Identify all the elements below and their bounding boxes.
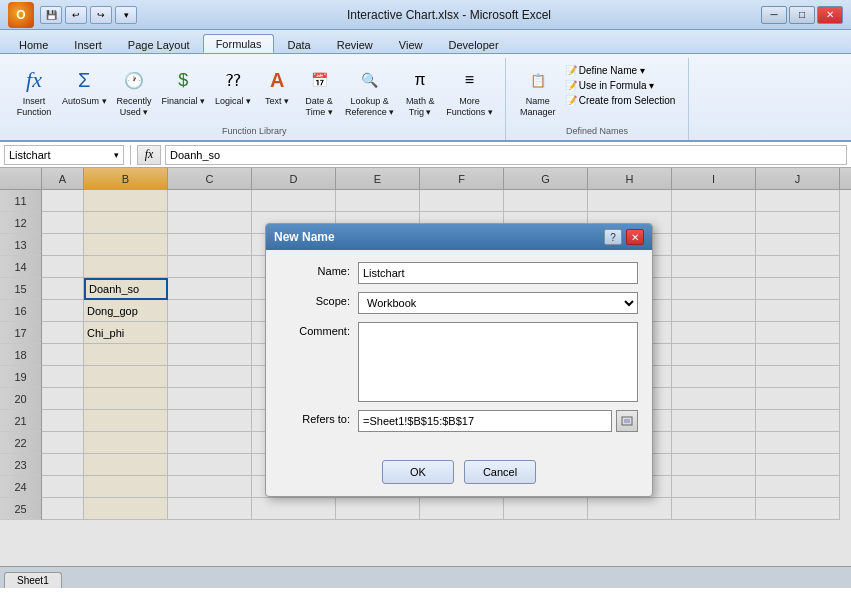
title-bar-left: O 💾 ↩ ↪ ▾ bbox=[8, 2, 137, 28]
undo-icon[interactable]: ↩ bbox=[65, 6, 87, 24]
function-library-label: Function Library bbox=[4, 126, 505, 136]
tab-view[interactable]: View bbox=[386, 35, 436, 53]
dialog-refers-label: Refers to: bbox=[280, 410, 350, 425]
svg-rect-1 bbox=[624, 419, 630, 423]
more-functions-label: MoreFunctions ▾ bbox=[446, 96, 493, 118]
dialog-title: New Name bbox=[274, 230, 335, 244]
window-title: Interactive Chart.xlsx - Microsoft Excel bbox=[347, 8, 551, 22]
formula-bar: Listchart ▾ fx bbox=[0, 142, 851, 168]
use-in-formula-button[interactable]: 📝 Use in Formula ▾ bbox=[562, 79, 679, 92]
office-logo: O bbox=[8, 2, 34, 28]
tab-formulas[interactable]: Formulas bbox=[203, 34, 275, 53]
lookup-reference-icon: 🔍 bbox=[354, 64, 386, 96]
ribbon: fx InsertFunction Σ AutoSum ▾ 🕐 Recently… bbox=[0, 54, 851, 142]
dialog-comment-row: Comment: bbox=[280, 322, 638, 402]
insert-function-label: InsertFunction bbox=[17, 96, 52, 118]
dialog-name-row: Name: bbox=[280, 262, 638, 284]
autosum-label: AutoSum ▾ bbox=[62, 96, 107, 107]
name-manager-button[interactable]: 📋 NameManager bbox=[516, 62, 560, 120]
formula-input[interactable] bbox=[165, 145, 847, 165]
quick-access-toolbar: 💾 ↩ ↪ ▾ bbox=[40, 6, 137, 24]
financial-button[interactable]: $ Financial ▾ bbox=[158, 62, 210, 109]
math-trig-icon: π bbox=[404, 64, 436, 96]
dialog-scope-label: Scope: bbox=[280, 292, 350, 307]
function-library-group: fx InsertFunction Σ AutoSum ▾ 🕐 Recently… bbox=[4, 58, 506, 140]
dialog-scope-select[interactable]: Workbook Sheet1 bbox=[358, 292, 638, 314]
lookup-reference-button[interactable]: 🔍 Lookup &Reference ▾ bbox=[341, 62, 398, 120]
dialog-comment-input[interactable] bbox=[358, 322, 638, 402]
name-box-value: Listchart bbox=[9, 149, 51, 161]
tab-home[interactable]: Home bbox=[6, 35, 61, 53]
defined-names-label: Defined Names bbox=[506, 126, 689, 136]
save-icon[interactable]: 💾 bbox=[40, 6, 62, 24]
dialog-name-label: Name: bbox=[280, 262, 350, 277]
dialog-comment-label: Comment: bbox=[280, 322, 350, 337]
minimize-button[interactable]: ─ bbox=[761, 6, 787, 24]
restore-button[interactable]: □ bbox=[789, 6, 815, 24]
define-name-button[interactable]: 📝 Define Name ▾ bbox=[562, 64, 679, 77]
redo-icon[interactable]: ↪ bbox=[90, 6, 112, 24]
dialog-close-button[interactable]: ✕ bbox=[626, 229, 644, 245]
formula-divider bbox=[130, 145, 131, 165]
date-time-icon: 📅 bbox=[303, 64, 335, 96]
tab-data[interactable]: Data bbox=[274, 35, 323, 53]
logical-label: Logical ▾ bbox=[215, 96, 251, 107]
dialog-footer: OK Cancel bbox=[266, 452, 652, 496]
dialog-refers-input[interactable] bbox=[358, 410, 612, 432]
date-time-button[interactable]: 📅 Date &Time ▾ bbox=[299, 62, 339, 120]
tab-developer[interactable]: Developer bbox=[435, 35, 511, 53]
autosum-icon: Σ bbox=[68, 64, 100, 96]
customize-icon[interactable]: ▾ bbox=[115, 6, 137, 24]
dialog-body: Name: Scope: Workbook Sheet1 Comment: bbox=[266, 250, 652, 452]
lookup-reference-label: Lookup &Reference ▾ bbox=[345, 96, 394, 118]
insert-function-button[interactable]: fx InsertFunction bbox=[12, 62, 56, 120]
spreadsheet: A B C D E F G H I J 11 12 13 14 15 16 17… bbox=[0, 168, 851, 588]
dialog-title-bar: New Name ? ✕ bbox=[266, 224, 652, 250]
fx-button[interactable]: fx bbox=[137, 145, 161, 165]
name-manager-label: NameManager bbox=[520, 96, 556, 118]
more-functions-icon: ≡ bbox=[453, 64, 485, 96]
more-functions-button[interactable]: ≡ MoreFunctions ▾ bbox=[442, 62, 497, 120]
ribbon-tabs: Home Insert Page Layout Formulas Data Re… bbox=[0, 30, 851, 54]
financial-label: Financial ▾ bbox=[162, 96, 206, 107]
create-from-selection-label: Create from Selection bbox=[579, 95, 676, 106]
recently-used-icon: 🕐 bbox=[118, 64, 150, 96]
text-icon: A bbox=[261, 64, 293, 96]
close-button[interactable]: ✕ bbox=[817, 6, 843, 24]
dialog-help-button[interactable]: ? bbox=[604, 229, 622, 245]
insert-function-icon: fx bbox=[18, 64, 50, 96]
autosum-button[interactable]: Σ AutoSum ▾ bbox=[58, 62, 111, 109]
use-in-formula-label: Use in Formula ▾ bbox=[579, 80, 655, 91]
dialog-refers-row: Refers to: bbox=[280, 410, 638, 432]
recently-used-button[interactable]: 🕐 RecentlyUsed ▾ bbox=[113, 62, 156, 120]
tab-review[interactable]: Review bbox=[324, 35, 386, 53]
logical-icon: ⁇ bbox=[217, 64, 249, 96]
date-time-label: Date &Time ▾ bbox=[305, 96, 333, 118]
math-trig-label: Math &Trig ▾ bbox=[406, 96, 435, 118]
dialog-refers-collapse-button[interactable] bbox=[616, 410, 638, 432]
text-label: Text ▾ bbox=[265, 96, 289, 107]
dialog-ok-button[interactable]: OK bbox=[382, 460, 454, 484]
define-name-label: Define Name ▾ bbox=[579, 65, 645, 76]
name-box[interactable]: Listchart ▾ bbox=[4, 145, 124, 165]
dialog-scope-row: Scope: Workbook Sheet1 bbox=[280, 292, 638, 314]
dialog-title-buttons: ? ✕ bbox=[604, 229, 644, 245]
dialog-cancel-button[interactable]: Cancel bbox=[464, 460, 536, 484]
dialog-name-input[interactable] bbox=[358, 262, 638, 284]
new-name-dialog: New Name ? ✕ Name: Scope: Workbook Sheet… bbox=[265, 223, 653, 497]
name-manager-icon: 📋 bbox=[522, 64, 554, 96]
dialog-scope-wrap: Workbook Sheet1 bbox=[358, 292, 638, 314]
math-trig-button[interactable]: π Math &Trig ▾ bbox=[400, 62, 440, 120]
logical-button[interactable]: ⁇ Logical ▾ bbox=[211, 62, 255, 109]
recently-used-label: RecentlyUsed ▾ bbox=[117, 96, 152, 118]
title-bar: O 💾 ↩ ↪ ▾ Interactive Chart.xlsx - Micro… bbox=[0, 0, 851, 30]
dialog-refers-wrap bbox=[358, 410, 638, 432]
tab-insert[interactable]: Insert bbox=[61, 35, 115, 53]
defined-names-group: 📋 NameManager 📝 Define Name ▾ 📝 Use in F… bbox=[506, 58, 690, 140]
financial-icon: $ bbox=[167, 64, 199, 96]
text-button[interactable]: A Text ▾ bbox=[257, 62, 297, 109]
name-box-arrow[interactable]: ▾ bbox=[114, 150, 119, 160]
tab-page-layout[interactable]: Page Layout bbox=[115, 35, 203, 53]
create-from-selection-button[interactable]: 📝 Create from Selection bbox=[562, 94, 679, 107]
window-controls: ─ □ ✕ bbox=[761, 6, 843, 24]
